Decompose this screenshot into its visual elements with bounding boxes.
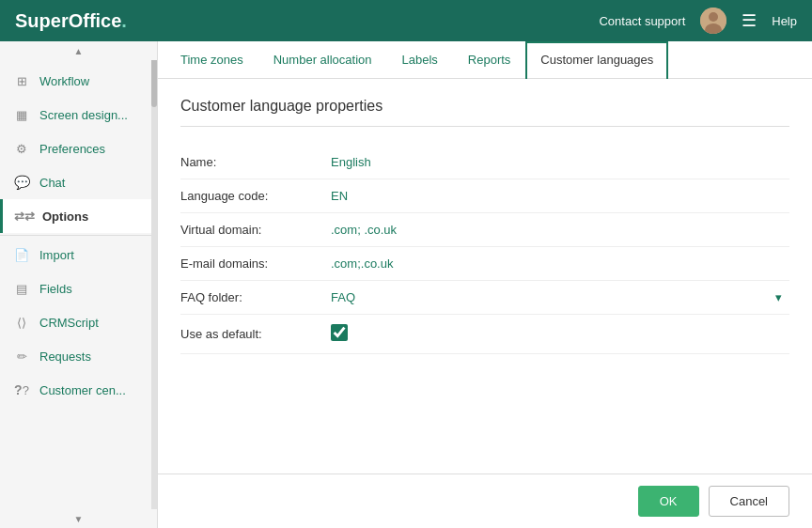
virtual-domain-input[interactable]: [331, 223, 789, 237]
sidebar-scrollbar: [151, 41, 157, 528]
sidebar-item-requests[interactable]: Requests: [0, 339, 157, 373]
logo: SuperOffice.: [15, 10, 599, 32]
faq-folder-value: FAQ ▾: [331, 290, 789, 304]
tab-reports[interactable]: Reports: [453, 41, 526, 78]
header: SuperOffice. Contact support ☰ Help: [0, 0, 812, 41]
sidebar-item-fields[interactable]: Fields: [0, 272, 157, 305]
sidebar: ▲ Workflow Screen design... Preferences …: [0, 41, 158, 528]
form: Name: Language code: Virtual domain:: [180, 146, 789, 354]
sidebar-label-chat: Chat: [39, 176, 65, 190]
tab-labels[interactable]: Labels: [387, 41, 453, 78]
faq-folder-select-wrapper: FAQ ▾: [331, 290, 789, 304]
footer: OK Cancel: [158, 474, 812, 528]
sidebar-label-crmscript: CRMScript: [39, 316, 99, 330]
header-right: Contact support ☰ Help: [599, 8, 797, 34]
chat-icon: [13, 174, 30, 191]
sidebar-item-preferences[interactable]: Preferences: [0, 132, 157, 165]
use-as-default-label: Use as default:: [180, 327, 331, 341]
form-row-language-code: Language code:: [180, 179, 789, 213]
sidebar-items: Workflow Screen design... Preferences Ch…: [0, 60, 157, 411]
sidebar-label-customer-cen: Customer cen...: [39, 383, 126, 397]
language-code-label: Language code:: [180, 189, 331, 203]
help-link[interactable]: Help: [772, 14, 797, 28]
form-row-use-as-default: Use as default:: [180, 315, 789, 354]
fields-icon: [13, 280, 30, 297]
sidebar-label-import: Import: [39, 248, 74, 262]
form-row-virtual-domain: Virtual domain:: [180, 213, 789, 247]
form-row-name: Name:: [180, 146, 789, 179]
sidebar-label-preferences: Preferences: [39, 142, 105, 156]
customer-center-icon: ?: [13, 381, 30, 398]
language-code-value: [331, 189, 789, 203]
contact-support-link[interactable]: Contact support: [599, 14, 685, 28]
use-as-default-value: [331, 324, 789, 344]
main: Time zones Number allocation Labels Repo…: [158, 41, 812, 528]
name-label: Name:: [180, 155, 331, 169]
ok-button[interactable]: OK: [638, 486, 699, 517]
faq-folder-select[interactable]: FAQ: [331, 290, 789, 304]
sidebar-item-crmscript[interactable]: CRMScript: [0, 305, 157, 339]
tabs: Time zones Number allocation Labels Repo…: [158, 41, 812, 79]
sidebar-item-import[interactable]: Import: [0, 238, 157, 272]
name-input[interactable]: [331, 155, 789, 169]
requests-icon: [13, 348, 30, 365]
sidebar-item-workflow[interactable]: Workflow: [0, 64, 157, 98]
content: Customer language properties Name: Langu…: [158, 79, 812, 474]
sidebar-item-customer-cen[interactable]: ? Customer cen...: [0, 373, 157, 407]
sidebar-label-screen-design: Screen design...: [39, 108, 128, 122]
sidebar-divider: [0, 235, 157, 236]
crmscript-icon: [13, 314, 30, 331]
sidebar-label-requests: Requests: [39, 349, 91, 364]
form-row-faq-folder: FAQ folder: FAQ ▾: [180, 281, 789, 315]
tab-customer-languages[interactable]: Customer languages: [525, 41, 668, 79]
sidebar-label-fields: Fields: [39, 282, 72, 296]
tab-number-allocation[interactable]: Number allocation: [258, 41, 387, 78]
tab-timezones[interactable]: Time zones: [165, 41, 258, 78]
avatar[interactable]: [700, 8, 726, 34]
email-domains-label: E-mail domains:: [180, 256, 331, 271]
name-value: [331, 155, 789, 169]
email-domains-input[interactable]: [331, 256, 789, 271]
cancel-button[interactable]: Cancel: [709, 486, 789, 517]
sidebar-scroll-up[interactable]: ▲: [0, 41, 157, 60]
virtual-domain-value: [331, 223, 789, 237]
faq-folder-label: FAQ folder:: [180, 290, 331, 304]
sidebar-item-chat[interactable]: Chat: [0, 165, 157, 199]
screen-design-icon: [13, 106, 30, 123]
virtual-domain-label: Virtual domain:: [180, 223, 331, 237]
sidebar-scroll-down[interactable]: ▼: [0, 509, 157, 528]
sidebar-item-screen-design[interactable]: Screen design...: [0, 98, 157, 132]
menu-icon[interactable]: ☰: [742, 10, 757, 31]
preferences-icon: [13, 140, 30, 157]
sidebar-label-workflow: Workflow: [39, 74, 89, 88]
sidebar-item-options[interactable]: ⇄ Options: [0, 199, 157, 233]
sidebar-label-options: Options: [42, 210, 88, 224]
language-code-input[interactable]: [331, 189, 789, 203]
options-icon: ⇄: [16, 208, 33, 225]
page-title: Customer language properties: [180, 98, 789, 127]
email-domains-value: [331, 256, 789, 271]
layout: ▲ Workflow Screen design... Preferences …: [0, 41, 812, 528]
use-as-default-checkbox[interactable]: [331, 324, 348, 341]
workflow-icon: [13, 72, 30, 89]
import-icon: [13, 246, 30, 263]
svg-point-1: [709, 12, 718, 22]
form-row-email-domains: E-mail domains:: [180, 247, 789, 281]
